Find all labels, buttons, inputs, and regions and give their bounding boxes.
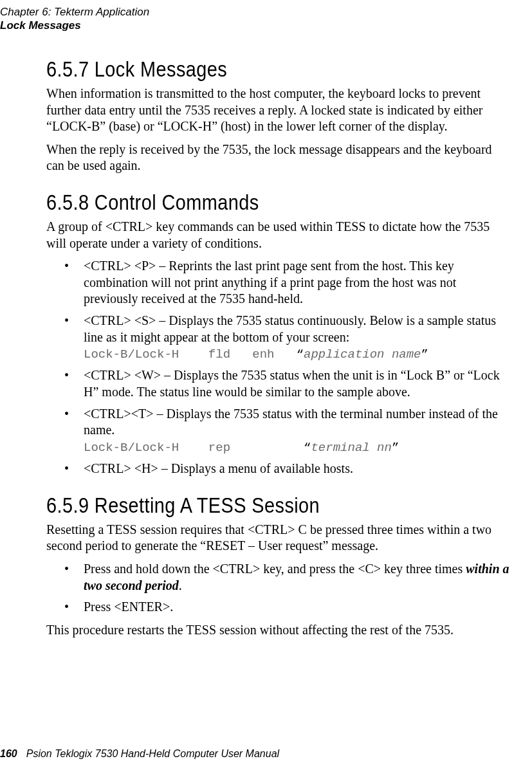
paragraph: A group of <CTRL> key commands can be us… (46, 219, 509, 252)
footer-title: Psion Teklogix 7530 Hand-Held Computer U… (26, 748, 279, 759)
paragraph: This procedure restarts the TESS session… (46, 622, 509, 639)
list-item: <CTRL> <W> – Displays the 7535 status wh… (64, 367, 509, 400)
code-line: Lock-B/Lock-H rep “terminal nn” (84, 441, 399, 455)
code-line: Lock-B/Lock-H fld enh “application name” (84, 347, 428, 362)
bullet-list: Press and hold down the <CTRL> key, and … (64, 561, 509, 616)
list-item: <CTRL> <H> – Displays a menu of availabl… (64, 461, 509, 477)
list-item: Press <ENTER>. (64, 599, 509, 616)
chapter-label: Chapter 6: Tekterm Application (0, 5, 149, 19)
heading-6-5-7: 6.5.7 Lock Messages (46, 57, 440, 82)
heading-6-5-9: 6.5.9 Resetting A TESS Session (46, 493, 440, 518)
list-item-text-prefix: Press and hold down the <CTRL> key, and … (84, 562, 466, 576)
list-item: Press and hold down the <CTRL> key, and … (64, 561, 509, 594)
heading-6-5-8: 6.5.8 Control Commands (46, 190, 440, 215)
page-footer: 160Psion Teklogix 7530 Hand-Held Compute… (0, 748, 279, 760)
bullet-list: <CTRL> <P> – Reprints the last print pag… (64, 258, 509, 477)
paragraph: Resetting a TESS session requires that <… (46, 522, 509, 555)
page-number: 160 (0, 748, 17, 759)
page: Chapter 6: Tekterm Application Lock Mess… (0, 0, 532, 770)
paragraph: When information is transmitted to the h… (46, 86, 509, 135)
header-topic: Lock Messages (0, 19, 149, 32)
paragraph: When the reply is received by the 7535, … (46, 142, 509, 174)
list-item: <CTRL><T> – Displays the 7535 status wit… (64, 406, 509, 456)
list-item: <CTRL> <S> – Displays the 7535 status co… (64, 313, 509, 363)
body-content: 6.5.7 Lock Messages When information is … (46, 50, 509, 645)
list-item-text: <CTRL><T> – Displays the 7535 status wit… (84, 407, 498, 437)
running-header: Chapter 6: Tekterm Application Lock Mess… (0, 5, 149, 33)
list-item-text-suffix: . (179, 578, 182, 592)
list-item-text: <CTRL> <S> – Displays the 7535 status co… (84, 313, 496, 344)
list-item: <CTRL> <P> – Reprints the last print pag… (64, 258, 509, 307)
